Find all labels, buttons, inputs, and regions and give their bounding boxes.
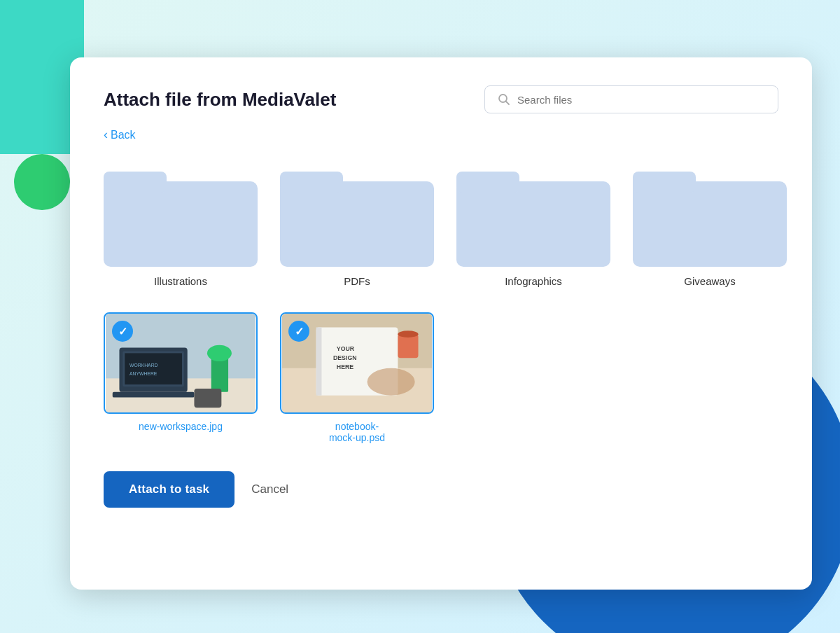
svg-text:ANYWHERE: ANYWHERE bbox=[130, 371, 158, 376]
dialog-card: Attach file from MediaValet ‹ Back Illus… bbox=[70, 57, 812, 590]
svg-text:WORKHARD: WORKHARD bbox=[130, 363, 158, 368]
folder-icon bbox=[456, 162, 610, 267]
dialog-title: Attach file from MediaValet bbox=[104, 89, 336, 111]
selected-checkmark: ✓ bbox=[288, 321, 309, 342]
search-input[interactable] bbox=[517, 94, 765, 106]
svg-rect-8 bbox=[633, 181, 787, 267]
svg-rect-29 bbox=[398, 334, 418, 358]
svg-line-1 bbox=[506, 102, 510, 105]
action-row: Attach to task Cancel bbox=[104, 471, 778, 508]
folder-icon bbox=[104, 162, 258, 267]
svg-point-30 bbox=[398, 331, 418, 338]
svg-rect-7 bbox=[456, 172, 519, 193]
attach-to-task-button[interactable]: Attach to task bbox=[104, 471, 234, 508]
folder-label: Illustrations bbox=[154, 275, 207, 287]
back-link[interactable]: ‹ Back bbox=[104, 127, 778, 142]
svg-rect-20 bbox=[194, 389, 221, 408]
folder-item[interactable]: Illustrations bbox=[104, 162, 258, 287]
file-name: notebook-mock-up.psd bbox=[329, 421, 385, 443]
folder-item[interactable]: Giveaways bbox=[633, 162, 787, 287]
file-item[interactable]: ✓ YOUR DESIGN HERE bbox=[280, 312, 434, 443]
folder-item[interactable]: PDFs bbox=[280, 162, 434, 287]
svg-rect-24 bbox=[316, 327, 322, 395]
selected-checkmark: ✓ bbox=[112, 321, 133, 342]
folder-icon bbox=[280, 162, 434, 267]
svg-text:DESIGN: DESIGN bbox=[333, 354, 357, 361]
folder-label: Infographics bbox=[505, 275, 562, 287]
dialog-header: Attach file from MediaValet bbox=[104, 85, 778, 113]
folder-item[interactable]: Infographics bbox=[456, 162, 610, 287]
bg-green-circle bbox=[14, 154, 70, 210]
svg-rect-3 bbox=[104, 172, 167, 193]
files-row: ✓ WORKHARD ANYWHERE bbox=[104, 312, 778, 443]
file-thumbnail: ✓ YOUR DESIGN HERE bbox=[280, 312, 434, 414]
svg-text:YOUR: YOUR bbox=[337, 345, 355, 352]
svg-point-28 bbox=[368, 368, 415, 396]
folder-label: Giveaways bbox=[684, 275, 735, 287]
svg-rect-5 bbox=[280, 172, 343, 193]
svg-point-19 bbox=[207, 345, 232, 361]
folder-label: PDFs bbox=[344, 275, 370, 287]
file-name: new-workspace.jpg bbox=[139, 421, 223, 432]
svg-rect-4 bbox=[280, 181, 434, 267]
back-chevron-icon: ‹ bbox=[104, 127, 108, 142]
svg-text:HERE: HERE bbox=[337, 363, 354, 370]
folders-row: Illustrations PDFs Infographics Giveaway… bbox=[104, 162, 778, 287]
svg-rect-15 bbox=[125, 353, 182, 384]
svg-rect-2 bbox=[104, 181, 258, 267]
file-item[interactable]: ✓ WORKHARD ANYWHERE bbox=[104, 312, 258, 443]
search-icon bbox=[498, 93, 510, 106]
svg-rect-14 bbox=[113, 392, 195, 398]
file-thumbnail: ✓ WORKHARD ANYWHERE bbox=[104, 312, 258, 414]
folder-icon bbox=[633, 162, 787, 267]
cancel-button[interactable]: Cancel bbox=[251, 482, 288, 496]
back-label: Back bbox=[111, 129, 136, 141]
search-box[interactable] bbox=[484, 85, 778, 113]
svg-rect-9 bbox=[633, 172, 696, 193]
svg-rect-6 bbox=[456, 181, 610, 267]
